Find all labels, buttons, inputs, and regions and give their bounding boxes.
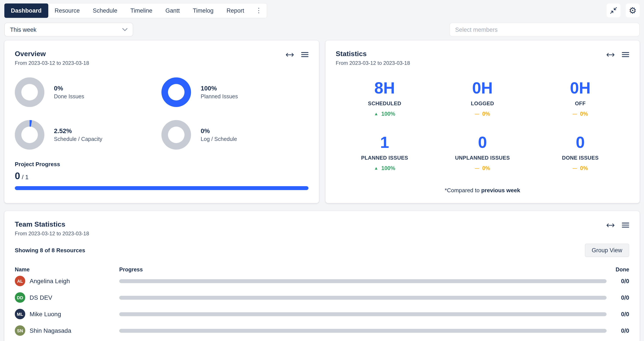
tab-timeline[interactable]: Timeline [124,3,159,18]
trend-flat-icon: — [475,112,479,116]
stat-label: PLANNED ISSUES [336,155,434,161]
team-statistics-card: Team Statistics From 2023-03-12 to 2023-… [4,211,640,341]
donut-schedule-capacity: 2.52% Schedule / Capacity [15,120,162,150]
delta-value: 0% [580,111,588,117]
trend-flat-icon: — [475,166,479,170]
stat-delta: ▲ 100% [336,111,434,117]
trend-flat-icon: — [573,166,577,170]
stat-scheduled: 8H SCHEDULED ▲ 100% [336,80,434,117]
column-progress: Progress [119,267,612,273]
resource-done-count: 0/0 [612,294,629,301]
stat-value: 8H [336,80,434,97]
stat-label: DONE ISSUES [531,155,629,161]
donut-value: 2.52% [54,127,102,134]
stat-label: LOGGED [434,100,532,107]
expand-icon[interactable] [285,52,294,57]
stat-value: 0H [531,80,629,97]
donut-value: 100% [201,85,238,92]
top-nav: Dashboard Resource Schedule Timeline Gan… [0,0,644,19]
overview-donut-grid: 0% Done Issues 100% Planned Issues 2.52% [15,77,308,150]
gear-icon: ⚙ [629,6,636,15]
donut-label: Done Issues [54,93,84,100]
card-menu-icon[interactable] [622,52,629,57]
expand-icon[interactable] [606,52,615,57]
avatar: AL [15,276,25,286]
group-view-button[interactable]: Group View [584,244,629,257]
project-progress: Project Progress 0 / 1 [15,161,308,190]
table-row: SN Shin Nagasada 0/0 [15,322,629,339]
chevron-down-icon [122,28,128,31]
resource-done-count: 0/0 [612,311,629,317]
stat-value: 0H [434,80,532,97]
avatar: ML [15,309,25,319]
tab-timelog[interactable]: Timelog [186,3,220,18]
donut-label: Log / Schedule [201,136,237,142]
stat-label: OFF [531,100,629,107]
settings-button[interactable]: ⚙ [626,3,640,17]
table-row: AL Angelina Leigh 0/0 [15,273,629,289]
top-cards: Overview From 2023-03-12 to 2023-03-18 [0,40,644,203]
project-progress-count: 0 / 1 [15,170,308,182]
select-members-input[interactable] [450,23,640,36]
overview-title: Overview [15,50,89,58]
showing-resources-text: Showing 8 of 8 Resources [15,247,85,254]
column-name: Name [15,267,119,273]
team-table-header: Name Progress Done [15,267,629,273]
stat-delta: — 0% [434,111,532,117]
trend-flat-icon: — [573,112,577,116]
card-menu-icon[interactable] [622,222,629,228]
overview-card: Overview From 2023-03-12 to 2023-03-18 [4,40,319,203]
more-tabs-icon[interactable]: ⋮ [251,3,267,17]
donut-label: Schedule / Capacity [54,136,102,142]
stat-label: SCHEDULED [336,100,434,107]
tab-report[interactable]: Report [220,3,251,18]
delta-value: 0% [482,165,490,171]
donut-label: Planned Issues [201,93,238,100]
resource-done-count: 0/0 [612,327,629,334]
table-row: ML Mike Luong 0/0 [15,306,629,322]
stat-done-issues: 0 DONE ISSUES — 0% [531,134,629,171]
progress-total: / 1 [20,174,29,181]
tab-dashboard[interactable]: Dashboard [4,3,48,18]
donut-done-issues: 0% Done Issues [15,77,162,107]
delta-value: 100% [382,165,395,171]
resource-progress-bar [119,312,606,316]
trend-up-icon: ▲ [374,112,378,116]
statistics-date-range: From 2023-03-12 to 2023-03-18 [336,60,410,66]
donut-planned-issues: 100% Planned Issues [162,77,308,107]
collapse-arrows-icon [610,6,618,14]
resource-name: DS DEV [30,294,52,301]
footnote-bold: previous week [481,187,520,193]
project-progress-label: Project Progress [15,161,308,167]
resource-name: Mike Luong [30,311,61,318]
column-done: Done [612,267,629,273]
tab-gantt[interactable]: Gantt [159,3,186,18]
stat-off: 0H OFF — 0% [531,80,629,117]
card-menu-icon[interactable] [301,52,308,57]
nav-tab-group: Dashboard Resource Schedule Timeline Gan… [4,3,267,18]
project-progress-fill [15,186,308,190]
tab-schedule[interactable]: Schedule [86,3,124,18]
stat-logged: 0H LOGGED — 0% [434,80,532,117]
statistics-grid: 8H SCHEDULED ▲ 100% 0H LOGGED — 0% [336,80,629,171]
team-statistics-title: Team Statistics [15,221,89,228]
trend-up-icon: ▲ [374,166,378,170]
avatar: SN [15,325,25,336]
statistics-title: Statistics [336,50,410,58]
collapse-icon[interactable] [606,3,620,17]
donut-chart [162,120,191,150]
comparison-footnote: *Compared to previous week [336,187,629,193]
resource-progress-bar [119,329,606,333]
overview-date-range: From 2023-03-12 to 2023-03-18 [15,60,89,66]
period-select[interactable]: This week [4,23,133,36]
stat-label: UNPLANNED ISSUES [434,155,532,161]
resource-name: Angelina Leigh [30,278,70,285]
tab-resource[interactable]: Resource [48,3,86,18]
donut-chart [15,77,44,107]
stat-value: 1 [336,134,434,151]
avatar: DD [15,292,25,303]
expand-icon[interactable] [606,223,615,228]
progress-done: 0 [15,170,20,181]
top-right-icons: ⚙ [606,3,640,17]
stat-delta: ▲ 100% [336,165,434,171]
